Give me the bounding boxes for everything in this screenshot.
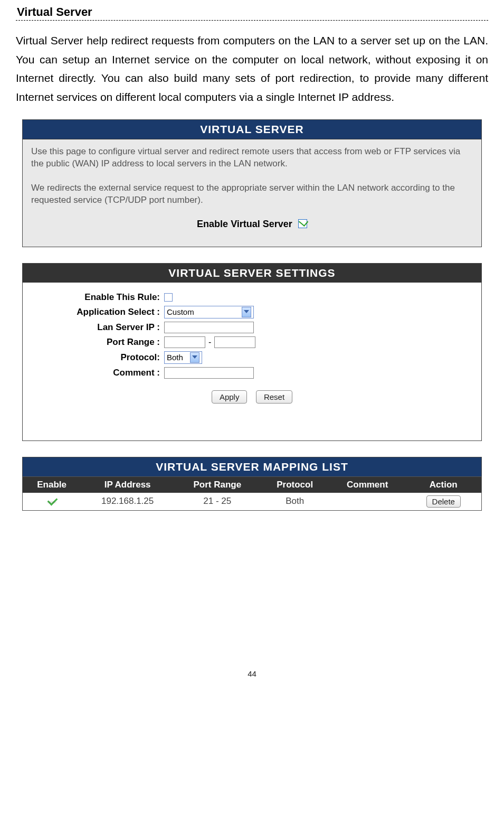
- chevron-down-icon: [242, 307, 251, 317]
- col-ip: IP Address: [81, 476, 174, 493]
- cell-ip: 192.168.1.25: [81, 493, 174, 511]
- col-comment: Comment: [329, 476, 406, 493]
- comment-label: Comment :: [23, 368, 164, 378]
- virtual-server-mapping-panel: VIRTUAL SERVER MAPPING LIST Enable IP Ad…: [22, 457, 482, 511]
- panel-header: VIRTUAL SERVER: [23, 120, 481, 139]
- comment-input[interactable]: [164, 367, 254, 379]
- enable-rule-checkbox[interactable]: [164, 293, 173, 302]
- col-protocol: Protocol: [261, 476, 329, 493]
- protocol-label: Protocol:: [23, 352, 164, 363]
- button-row: Apply Reset: [23, 390, 481, 404]
- cell-enable: [23, 493, 81, 511]
- enable-rule-label: Enable This Rule:: [23, 292, 164, 303]
- divider: [16, 20, 488, 21]
- cell-comment: [329, 493, 406, 511]
- panel-header: VIRTUAL SERVER SETTINGS: [23, 264, 481, 283]
- page-title: Virtual Server: [17, 5, 488, 19]
- lan-server-ip-label: Lan Server IP :: [23, 322, 164, 333]
- panel-desc-2: We redirects the external service reques…: [31, 182, 473, 207]
- port-range-start-input[interactable]: [164, 336, 205, 348]
- virtual-server-settings-panel: VIRTUAL SERVER SETTINGS Enable This Rule…: [22, 263, 482, 441]
- cell-port: 21 - 25: [174, 493, 261, 511]
- table-row: 192.168.1.25 21 - 25 Both Delete: [23, 493, 482, 511]
- port-range-separator: -: [205, 338, 214, 347]
- panel-body: Use this page to configure virtual serve…: [23, 139, 481, 247]
- application-select-label: Application Select :: [23, 307, 164, 317]
- application-select-value: Custom: [167, 307, 194, 316]
- chevron-down-icon: [190, 352, 199, 363]
- enable-virtual-server-row: Enable Virtual Server: [31, 218, 473, 230]
- protocol-value: Both: [167, 353, 183, 362]
- col-enable: Enable: [23, 476, 81, 493]
- table-header-row: Enable IP Address Port Range Protocol Co…: [23, 476, 482, 493]
- page-number: 44: [16, 669, 488, 678]
- lan-server-ip-input[interactable]: [164, 322, 254, 333]
- enable-virtual-server-checkbox[interactable]: [298, 219, 307, 228]
- application-select-dropdown[interactable]: Custom: [164, 306, 254, 318]
- intro-paragraph: Virtual Server help redirect requests fr…: [16, 31, 488, 107]
- protocol-dropdown[interactable]: Both: [164, 351, 202, 364]
- delete-button[interactable]: Delete: [426, 495, 461, 508]
- port-range-label: Port Range :: [23, 337, 164, 348]
- reset-button[interactable]: Reset: [256, 390, 292, 404]
- virtual-server-panel: VIRTUAL SERVER Use this page to configur…: [22, 119, 482, 247]
- apply-button[interactable]: Apply: [212, 390, 248, 404]
- mapping-table: Enable IP Address Port Range Protocol Co…: [22, 476, 482, 511]
- col-action: Action: [406, 476, 482, 493]
- enable-virtual-server-label: Enable Virtual Server: [197, 219, 292, 229]
- panel-desc-1: Use this page to configure virtual serve…: [31, 146, 473, 170]
- cell-protocol: Both: [261, 493, 329, 511]
- port-range-end-input[interactable]: [214, 336, 255, 348]
- panel-body: Enable This Rule: Application Select : C…: [23, 283, 481, 440]
- col-port: Port Range: [174, 476, 261, 493]
- check-icon: [47, 496, 56, 504]
- panel-header: VIRTUAL SERVER MAPPING LIST: [22, 457, 482, 476]
- cell-action: Delete: [406, 493, 482, 511]
